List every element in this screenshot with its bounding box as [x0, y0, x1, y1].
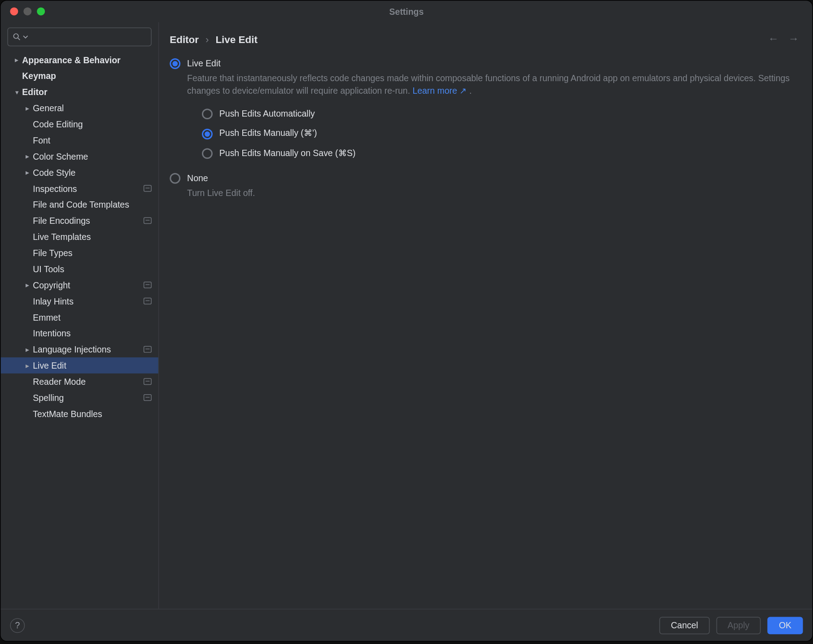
- back-button[interactable]: ←: [768, 33, 779, 45]
- forward-button[interactable]: →: [788, 33, 799, 45]
- sidebar-item-spelling[interactable]: Spelling: [0, 390, 158, 406]
- search-field[interactable]: [7, 27, 151, 46]
- profile-icon: [144, 394, 152, 401]
- sidebar-item-appearance[interactable]: Appearance & Behavior: [0, 52, 158, 68]
- sidebar-item-textmate[interactable]: TextMate Bundles: [0, 405, 158, 422]
- option-live-edit-title: Live Edit: [187, 57, 801, 70]
- sidebar-item-keymap[interactable]: Keymap: [0, 68, 158, 84]
- body: Appearance & Behavior Keymap Editor Gene…: [0, 22, 812, 609]
- main-panel: Editor › Live Edit ← → Live Edit Feature…: [159, 22, 812, 609]
- titlebar: Settings: [0, 0, 812, 22]
- radio-none[interactable]: [170, 173, 180, 184]
- window-title: Settings: [389, 6, 424, 16]
- option-none-desc: Turn Live Edit off.: [187, 186, 801, 199]
- window-controls: [10, 7, 45, 15]
- profile-icon: [144, 378, 152, 385]
- search-icon: [12, 32, 22, 42]
- profile-icon: [144, 282, 152, 288]
- sidebar: Appearance & Behavior Keymap Editor Gene…: [0, 22, 159, 609]
- option-live-edit[interactable]: Live Edit Feature that instantaneously r…: [170, 57, 801, 169]
- sidebar-item-reader-mode[interactable]: Reader Mode: [0, 374, 158, 390]
- sidebar-item-editor[interactable]: Editor: [0, 84, 158, 100]
- sidebar-item-inlay-hints[interactable]: Inlay Hints: [0, 293, 158, 309]
- close-window-button[interactable]: [10, 7, 18, 15]
- sidebar-item-copyright[interactable]: Copyright: [0, 277, 158, 293]
- sidebar-item-ui-tools[interactable]: UI Tools: [0, 261, 158, 277]
- learn-more-link[interactable]: Learn more ↗: [412, 86, 467, 96]
- search-input[interactable]: [30, 32, 147, 42]
- option-push-manual[interactable]: Push Edits Manually (⌘'): [202, 127, 802, 140]
- minimize-window-button[interactable]: [23, 7, 31, 15]
- sidebar-item-intentions[interactable]: Intentions: [0, 325, 158, 341]
- option-push-auto-label: Push Edits Automatically: [219, 107, 315, 120]
- breadcrumb-live-edit: Live Edit: [215, 33, 257, 44]
- sidebar-item-file-templates[interactable]: File and Code Templates: [0, 196, 158, 213]
- sidebar-item-font[interactable]: Font: [0, 132, 158, 148]
- breadcrumb: Editor › Live Edit ← →: [159, 22, 812, 45]
- chevron-right-icon: ›: [205, 33, 209, 44]
- settings-tree: Appearance & Behavior Keymap Editor Gene…: [0, 52, 158, 609]
- profile-icon: [144, 298, 152, 305]
- option-none[interactable]: None Turn Live Edit off.: [170, 172, 801, 199]
- maximize-window-button[interactable]: [37, 7, 45, 15]
- content: Live Edit Feature that instantaneously r…: [159, 45, 812, 202]
- breadcrumb-editor[interactable]: Editor: [170, 33, 199, 44]
- sidebar-item-live-templates[interactable]: Live Templates: [0, 229, 158, 245]
- chevron-down-icon: [23, 34, 28, 39]
- sidebar-item-inspections[interactable]: Inspections: [0, 180, 158, 196]
- profile-icon: [144, 217, 152, 224]
- sidebar-item-file-encodings[interactable]: File Encodings: [0, 213, 158, 229]
- option-push-auto[interactable]: Push Edits Automatically: [202, 107, 802, 120]
- svg-line-1: [18, 38, 20, 40]
- sidebar-item-code-style[interactable]: Code Style: [0, 164, 158, 180]
- help-button[interactable]: ?: [10, 618, 25, 633]
- sidebar-item-language-injections[interactable]: Language Injections: [0, 341, 158, 357]
- option-live-edit-desc: Feature that instantaneously reflects co…: [187, 71, 801, 97]
- ok-button[interactable]: OK: [768, 617, 803, 634]
- radio-push-manual-save[interactable]: [202, 148, 213, 159]
- cancel-button[interactable]: Cancel: [660, 617, 709, 634]
- sidebar-item-color-scheme[interactable]: Color Scheme: [0, 148, 158, 164]
- sidebar-item-file-types[interactable]: File Types: [0, 245, 158, 261]
- sidebar-item-live-edit[interactable]: Live Edit: [0, 357, 158, 374]
- sidebar-item-general[interactable]: General: [0, 100, 158, 116]
- svg-point-0: [13, 34, 18, 38]
- sidebar-item-code-editing[interactable]: Code Editing: [0, 116, 158, 132]
- apply-button[interactable]: Apply: [716, 617, 761, 634]
- radio-push-auto[interactable]: [202, 109, 213, 120]
- option-push-manual-save[interactable]: Push Edits Manually on Save (⌘S): [202, 147, 802, 160]
- settings-window: Settings Appearance & Behavior Keymap Ed…: [0, 0, 813, 642]
- option-none-title: None: [187, 172, 801, 185]
- footer: ? Cancel Apply OK: [0, 609, 812, 641]
- profile-icon: [144, 185, 152, 192]
- option-push-manual-save-label: Push Edits Manually on Save (⌘S): [219, 147, 356, 160]
- radio-live-edit[interactable]: [170, 58, 180, 69]
- profile-icon: [144, 346, 152, 352]
- option-push-manual-label: Push Edits Manually (⌘'): [219, 127, 317, 140]
- radio-push-manual[interactable]: [202, 129, 213, 139]
- sidebar-item-emmet[interactable]: Emmet: [0, 309, 158, 325]
